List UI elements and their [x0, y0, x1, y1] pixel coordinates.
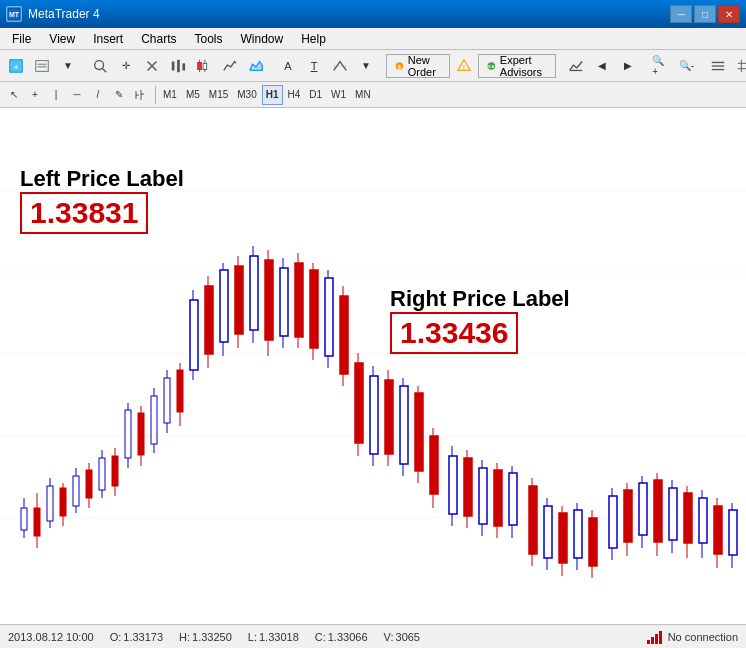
menu-tools[interactable]: Tools — [187, 30, 231, 48]
app-icon: MT — [6, 6, 22, 22]
toolbar-props[interactable] — [706, 54, 730, 78]
toolbar-period-sep[interactable] — [140, 54, 164, 78]
minimize-button[interactable]: ─ — [670, 5, 692, 23]
svg-rect-62 — [138, 413, 144, 455]
tf-h4[interactable]: H4 — [284, 85, 305, 105]
toolbar-grid[interactable] — [732, 54, 746, 78]
svg-rect-66 — [164, 378, 170, 423]
svg-text:MT: MT — [9, 11, 20, 18]
toolbar-crosshair[interactable]: ✛ — [114, 54, 138, 78]
svg-rect-92 — [355, 363, 363, 443]
menu-insert[interactable]: Insert — [85, 30, 131, 48]
no-connection-label: No connection — [668, 631, 738, 643]
svg-rect-138 — [714, 506, 722, 554]
chart-area[interactable]: Left Price Label 1.33831 Right Price Lab… — [0, 108, 746, 624]
menu-window[interactable]: Window — [233, 30, 292, 48]
menu-file[interactable]: File — [4, 30, 39, 48]
open-label: O: — [110, 631, 122, 643]
svg-rect-126 — [624, 490, 632, 542]
svg-rect-102 — [430, 436, 438, 494]
svg-rect-108 — [479, 468, 487, 524]
toolbar-arrow-down2[interactable]: ▼ — [354, 54, 378, 78]
svg-rect-130 — [654, 480, 662, 542]
chart-wrapper: Left Price Label 1.33831 Right Price Lab… — [0, 108, 746, 624]
toolbar-alert[interactable]: ! — [452, 54, 476, 78]
maximize-button[interactable]: □ — [694, 5, 716, 23]
tf-w1[interactable]: W1 — [327, 85, 350, 105]
svg-rect-72 — [205, 286, 213, 354]
toolbar-history[interactable] — [564, 54, 588, 78]
tf-m15[interactable]: M15 — [205, 85, 232, 105]
open-value: 1.33173 — [123, 631, 163, 643]
svg-rect-114 — [529, 486, 537, 554]
svg-rect-88 — [325, 278, 333, 356]
expert-advisors-button[interactable]: EA Expert Advisors — [478, 54, 556, 78]
svg-rect-46 — [34, 508, 40, 536]
status-bar: 2013.08.12 10:00 O: 1.33173 H: 1.33250 L… — [0, 624, 746, 648]
left-price-value: 1.33831 — [30, 196, 138, 229]
connection-status: No connection — [647, 630, 738, 644]
low-label: L: — [248, 631, 257, 643]
svg-rect-15 — [198, 62, 202, 69]
toolbar-zoom-in[interactable] — [88, 54, 112, 78]
menu-view[interactable]: View — [41, 30, 83, 48]
svg-rect-98 — [400, 386, 408, 464]
svg-rect-50 — [60, 488, 66, 516]
tf-cursor-hline[interactable]: ─ — [67, 85, 87, 105]
toolbar-arrow-down[interactable]: ▼ — [56, 54, 80, 78]
svg-line-8 — [103, 68, 107, 72]
svg-rect-12 — [177, 59, 180, 71]
close-button[interactable]: ✕ — [718, 5, 740, 23]
signal-bar-2 — [651, 637, 654, 644]
toolbar-zoom-in2[interactable]: 🔍+ — [648, 54, 672, 78]
tf-cursor-cross[interactable]: + — [25, 85, 45, 105]
close-label: C: — [315, 631, 326, 643]
menu-bar: File View Insert Charts Tools Window Hel… — [0, 28, 746, 50]
svg-rect-82 — [280, 268, 288, 336]
svg-rect-74 — [220, 270, 228, 342]
signal-bar-4 — [659, 631, 662, 644]
tf-cursor-bars[interactable] — [130, 85, 152, 105]
toolbar-scroll-right[interactable]: ▶ — [616, 54, 640, 78]
status-datetime: 2013.08.12 10:00 — [8, 631, 94, 643]
tf-mn[interactable]: MN — [351, 85, 375, 105]
toolbar-fib[interactable] — [328, 54, 352, 78]
svg-rect-60 — [125, 410, 131, 458]
candlestick-chart: Left Price Label 1.33831 Right Price Lab… — [0, 108, 746, 624]
new-order-button[interactable]: $ New Order — [386, 54, 450, 78]
title-bar: MT MetaTrader 4 ─ □ ✕ — [0, 0, 746, 28]
toolbar-chart-bar[interactable] — [166, 54, 190, 78]
tf-h1[interactable]: H1 — [262, 85, 283, 105]
tf-m1[interactable]: M1 — [159, 85, 181, 105]
svg-rect-122 — [589, 518, 597, 566]
svg-text:+: + — [14, 62, 19, 71]
toolbar-zoom-out[interactable]: 🔍- — [674, 54, 698, 78]
tf-m30[interactable]: M30 — [233, 85, 260, 105]
menu-charts[interactable]: Charts — [133, 30, 184, 48]
svg-rect-13 — [182, 63, 185, 70]
tf-cursor-pencil[interactable]: ✎ — [109, 85, 129, 105]
toolbar-scroll-left[interactable]: ◀ — [590, 54, 614, 78]
svg-rect-44 — [21, 508, 27, 530]
tf-d1[interactable]: D1 — [305, 85, 326, 105]
new-order-label: New Order — [408, 54, 441, 78]
toolbar-chart-candle[interactable] — [192, 54, 216, 78]
tf-cursor-tline[interactable]: / — [88, 85, 108, 105]
tf-cursor-vline[interactable]: | — [46, 85, 66, 105]
toolbar-chart-line[interactable] — [218, 54, 242, 78]
left-price-label: Left Price Label 1.33831 — [20, 166, 184, 234]
tf-m5[interactable]: M5 — [182, 85, 204, 105]
toolbar-A[interactable]: A — [276, 54, 300, 78]
close-value: 1.33066 — [328, 631, 368, 643]
toolbar-new-chart[interactable]: + — [4, 54, 28, 78]
svg-rect-140 — [729, 510, 737, 555]
svg-rect-56 — [99, 458, 105, 490]
tf-cursor-arrow[interactable]: ↖ — [4, 85, 24, 105]
left-price-box: 1.33831 — [20, 192, 148, 234]
toolbar-chart-area[interactable] — [244, 54, 268, 78]
svg-rect-52 — [73, 476, 79, 506]
menu-help[interactable]: Help — [293, 30, 334, 48]
status-volume: V: 3065 — [384, 631, 420, 643]
toolbar-T[interactable]: T — [302, 54, 326, 78]
toolbar-templates[interactable] — [30, 54, 54, 78]
